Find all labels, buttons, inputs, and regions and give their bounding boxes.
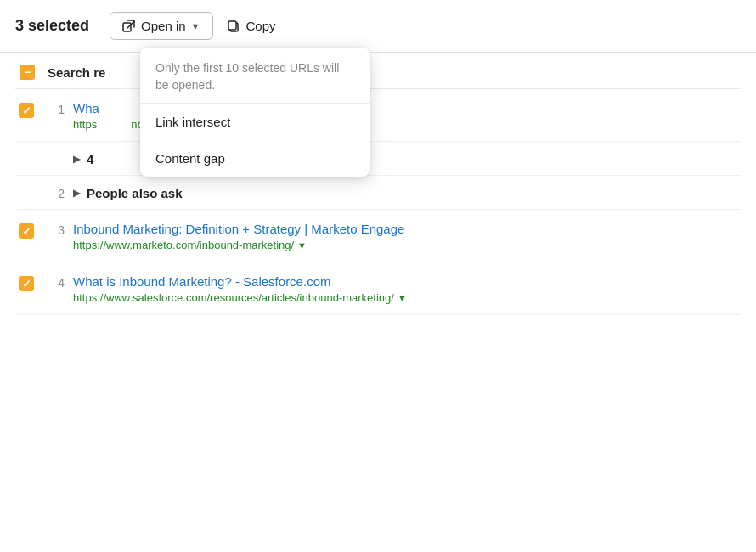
paa-row: 2 ▶ People also ask xyxy=(15,176,741,210)
row-checkbox-3[interactable] xyxy=(15,222,37,239)
svg-rect-0 xyxy=(123,23,131,31)
toolbar: 3 selected Open in ▼ Copy Only the first… xyxy=(0,0,756,53)
copy-icon xyxy=(227,20,240,33)
table-row: 3 Inbound Marketing: Definition + Strate… xyxy=(15,210,741,262)
results-area: Search re 1 Wha - HubSpot https nbound-m… xyxy=(0,53,756,315)
result-url-row-4: https://www.salesforce.com/resources/art… xyxy=(73,291,741,304)
open-in-icon xyxy=(122,20,136,33)
paa-number: 2 xyxy=(46,187,65,200)
result-number-1: 1 xyxy=(46,101,65,116)
result-url-4: https://www.salesforce.com/resources/art… xyxy=(73,291,394,304)
result-number-4: 4 xyxy=(46,274,65,290)
paa-title: People also ask xyxy=(87,186,183,200)
open-in-button[interactable]: Open in ▼ xyxy=(110,12,212,40)
selected-count-label: 3 selected xyxy=(15,17,89,35)
expand-arrow-icon[interactable]: ▶ xyxy=(73,154,80,165)
copy-button[interactable]: Copy xyxy=(227,19,276,33)
result-title-4[interactable]: What is Inbound Marketing? - Salesforce.… xyxy=(73,274,741,289)
copy-label: Copy xyxy=(246,19,276,33)
result-url-row-3: https://www.marketo.com/inbound-marketin… xyxy=(73,239,741,251)
result-content-4: What is Inbound Marketing? - Salesforce.… xyxy=(73,274,741,304)
open-in-label: Open in xyxy=(141,19,186,33)
table-row: 1 Wha - HubSpot https nbound-marketing ▼ xyxy=(15,89,741,142)
paa-expand-icon[interactable]: ▶ xyxy=(73,188,80,199)
result-url-3: https://www.marketo.com/inbound-marketin… xyxy=(73,239,294,251)
svg-rect-2 xyxy=(228,21,236,30)
open-in-dropdown: Only the first 10 selected URLs will be … xyxy=(140,48,370,177)
result-number-3: 3 xyxy=(46,222,65,237)
section-title: Search re xyxy=(48,65,105,80)
subgroup-row: ▶ 4 xyxy=(15,142,741,176)
row-checkbox-4[interactable] xyxy=(15,274,37,291)
subgroup-count: 4 xyxy=(87,152,93,166)
paa-label: ▶ People also ask xyxy=(73,186,183,200)
section-header: Search re xyxy=(15,53,741,89)
subgroup-label: ▶ 4 xyxy=(73,152,93,166)
dropdown-item-link-intersect[interactable]: Link intersect xyxy=(140,104,370,140)
table-row: 4 What is Inbound Marketing? - Salesforc… xyxy=(15,262,741,315)
checked-checkbox-icon[interactable] xyxy=(19,103,34,118)
result-title-3[interactable]: Inbound Marketing: Definition + Strategy… xyxy=(73,222,741,236)
checked-checkbox-icon-4[interactable] xyxy=(19,276,34,291)
dropdown-item-content-gap[interactable]: Content gap xyxy=(140,140,370,177)
result-content-3: Inbound Marketing: Definition + Strategy… xyxy=(73,222,741,251)
chevron-down-icon: ▼ xyxy=(191,21,200,31)
dropdown-hint-text: Only the first 10 selected URLs will be … xyxy=(140,48,370,104)
result-url-1: https xyxy=(73,118,97,131)
header-checkbox[interactable] xyxy=(15,65,39,80)
url-dropdown-arrow-4[interactable]: ▼ xyxy=(398,293,407,303)
minus-checkbox-icon[interactable] xyxy=(20,65,35,80)
row-checkbox-1[interactable] xyxy=(15,101,37,118)
url-dropdown-arrow-3[interactable]: ▼ xyxy=(297,240,307,251)
checked-checkbox-icon-3[interactable] xyxy=(19,223,34,239)
